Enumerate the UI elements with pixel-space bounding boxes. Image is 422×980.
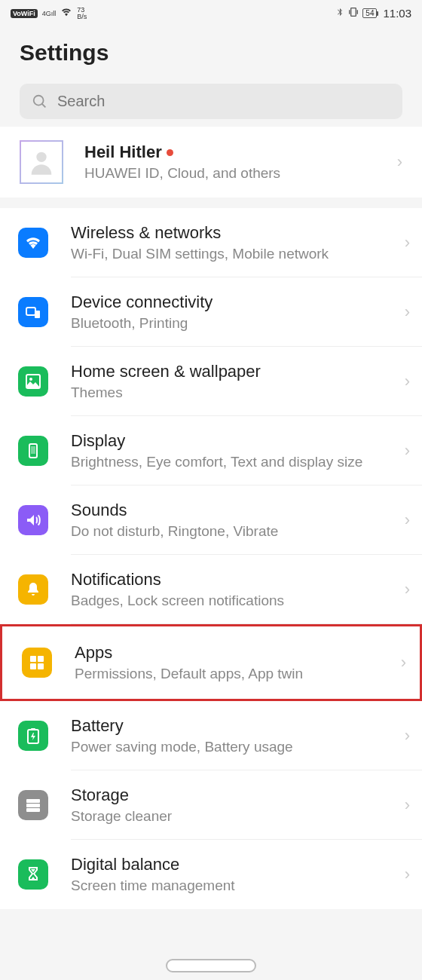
wifi-status-icon [60,6,72,20]
item-title: Notifications [71,570,405,590]
item-subtitle: Storage cleaner [71,808,405,825]
bluetooth-icon [335,6,344,20]
phone-icon [18,436,48,466]
settings-item-apps[interactable]: Apps Permissions, Default apps, App twin… [4,628,418,697]
item-texts: Display Brightness, Eye comfort, Text an… [71,431,405,470]
item-texts: Notifications Badges, Lock screen notifi… [71,570,405,609]
settings-list: Wireless & networks Wi-Fi, Dual SIM sett… [0,208,422,909]
hourglass-icon [18,859,48,890]
item-subtitle: Brightness, Eye comfort, Text and displa… [71,454,405,470]
sound-icon [18,505,48,535]
status-bar: VoWiFi 4Gıll 73 B/s 54 11:03 [0,0,422,26]
settings-item-battery[interactable]: Battery Power saving mode, Battery usage… [0,701,422,770]
vibrate-icon [347,6,359,20]
item-texts: Wireless & networks Wi-Fi, Dual SIM sett… [71,223,405,262]
chevron-right-icon: › [405,233,410,253]
item-title: Display [71,431,405,451]
settings-item-connectivity[interactable]: Device connectivity Bluetooth, Printing … [0,277,422,347]
battery-icon [18,721,48,751]
search-input[interactable] [57,93,390,110]
devices-icon [18,297,48,327]
signal-icon: 4Gıll [42,10,57,17]
item-title: Device connectivity [71,292,405,312]
image-icon [18,366,48,397]
item-texts: Apps Permissions, Default apps, App twin [75,643,401,682]
item-subtitle: Badges, Lock screen notifications [71,593,405,609]
avatar [20,140,63,184]
notification-dot-icon [167,149,173,156]
chevron-right-icon: › [405,580,410,599]
chevron-right-icon: › [405,441,410,461]
storage-icon [18,790,48,820]
item-subtitle: Wi-Fi, Dual SIM settings, Mobile network [71,246,405,262]
settings-item-wireless[interactable]: Wireless & networks Wi-Fi, Dual SIM sett… [0,208,422,277]
item-texts: Digital balance Screen time management [71,855,405,894]
svg-rect-0 [351,8,356,17]
item-title: Apps [75,643,401,663]
item-title: Sounds [71,501,405,520]
profile-row[interactable]: Heil Hitler HUAWEI ID, Cloud, and others… [0,127,422,198]
vowifi-badge: VoWiFi [11,9,38,18]
page-header: Settings [0,26,422,84]
settings-item-notifications[interactable]: Notifications Badges, Lock screen notifi… [0,555,422,624]
svg-point-3 [36,152,46,162]
chevron-right-icon: › [405,510,410,530]
chevron-right-icon: › [401,653,406,672]
settings-item-home-wallpaper[interactable]: Home screen & wallpaper Themes › [0,347,422,416]
search-bar[interactable] [20,84,402,119]
chevron-right-icon: › [405,726,410,746]
item-subtitle: Do not disturb, Ringtone, Vibrate [71,523,405,540]
clock: 11:03 [383,7,411,20]
profile-name: Heil Hitler [84,142,397,162]
item-texts: Storage Storage cleaner [71,786,405,825]
settings-item-display[interactable]: Display Brightness, Eye comfort, Text an… [0,416,422,485]
svg-line-2 [42,103,46,107]
svg-point-1 [34,95,44,105]
status-left: VoWiFi 4Gıll 73 B/s [11,6,87,20]
search-icon [32,93,48,110]
item-subtitle: Screen time management [71,877,405,894]
settings-item-digital[interactable]: Digital balance Screen time management › [0,840,422,909]
apps-icon [22,648,52,678]
wifi-icon [18,228,48,258]
settings-item-storage[interactable]: Storage Storage cleaner › [0,770,422,840]
item-texts: Device connectivity Bluetooth, Printing [71,292,405,332]
chevron-right-icon: › [397,152,402,172]
item-subtitle: Bluetooth, Printing [71,315,405,332]
chevron-right-icon: › [405,302,410,322]
item-subtitle: Permissions, Default apps, App twin [75,666,401,682]
item-subtitle: Themes [71,384,405,401]
item-texts: Sounds Do not disturb, Ringtone, Vibrate [71,501,405,540]
chevron-right-icon: › [405,795,410,815]
item-subtitle: Power saving mode, Battery usage [71,739,405,755]
highlight-box: Apps Permissions, Default apps, App twin… [0,624,422,701]
battery-icon: 54 [362,8,377,18]
home-indicator[interactable] [166,959,256,972]
bell-icon [18,574,48,605]
status-right: 54 11:03 [335,6,411,20]
item-texts: Battery Power saving mode, Battery usage [71,716,405,755]
chevron-right-icon: › [405,865,410,884]
item-title: Digital balance [71,855,405,874]
item-title: Wireless & networks [71,223,405,243]
network-speed: 73 B/s [77,7,87,20]
item-title: Battery [71,716,405,736]
item-title: Storage [71,786,405,805]
settings-item-sounds[interactable]: Sounds Do not disturb, Ringtone, Vibrate… [0,485,422,555]
item-texts: Home screen & wallpaper Themes [71,362,405,401]
chevron-right-icon: › [405,372,410,391]
profile-subtitle: HUAWEI ID, Cloud, and others [84,165,397,182]
page-title: Settings [20,40,402,66]
item-title: Home screen & wallpaper [71,362,405,381]
profile-texts: Heil Hitler HUAWEI ID, Cloud, and others [84,142,397,182]
